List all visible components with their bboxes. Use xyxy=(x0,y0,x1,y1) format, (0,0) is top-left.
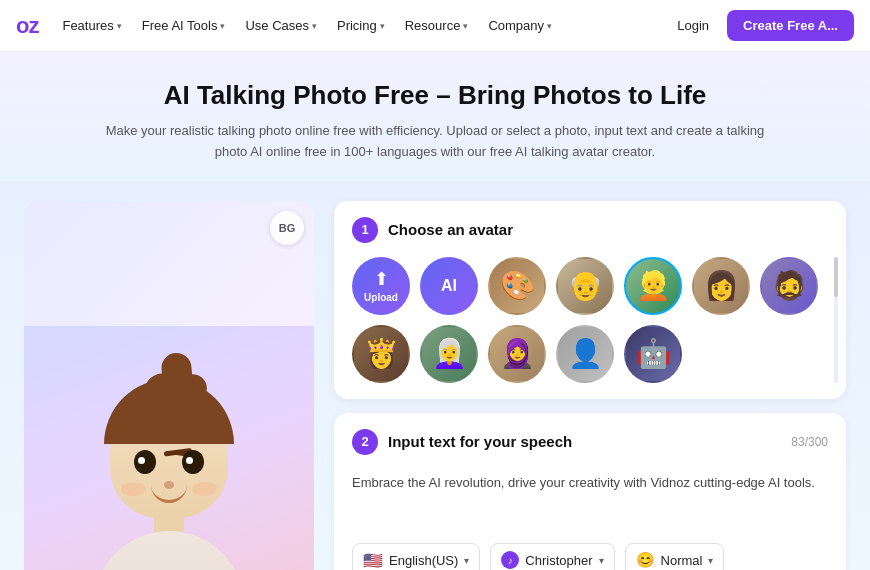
navbar: oz Features ▾ Free AI Tools ▾ Use Cases … xyxy=(0,0,870,52)
voice-select[interactable]: ♪ Christopher ▾ xyxy=(490,543,614,570)
avatar-face-1: 🎨 xyxy=(500,269,535,302)
nav-free-ai-tools[interactable]: Free AI Tools ▾ xyxy=(134,14,234,37)
upload-icon: ⬆ xyxy=(374,268,389,290)
speaker-icon: ♪ xyxy=(501,551,519,569)
avatar-option-9[interactable]: 👤 xyxy=(556,325,614,383)
chevron-down-icon: ▾ xyxy=(708,555,713,566)
avatars-container: ⬆ Upload AI 🎨 👴 👱 xyxy=(352,257,828,383)
nav-features[interactable]: Features ▾ xyxy=(54,14,129,37)
avatar-generate-button[interactable]: AI xyxy=(420,257,478,315)
avatar-face-8: 🧕 xyxy=(500,337,535,370)
step2-card: 2 Input text for your speech 83/300 Embr… xyxy=(334,413,846,570)
login-button[interactable]: Login xyxy=(663,12,723,39)
chevron-down-icon: ▾ xyxy=(547,21,552,31)
avatar-option-6[interactable]: 👸 xyxy=(352,325,410,383)
photo-panel: BG V Vidnoz xyxy=(24,201,314,570)
avatar-option-2[interactable]: 👴 xyxy=(556,257,614,315)
upload-label: Upload xyxy=(364,292,398,303)
step1-header: 1 Choose an avatar xyxy=(352,217,828,243)
chevron-down-icon: ▾ xyxy=(463,21,468,31)
avatar-preview-image xyxy=(24,326,314,570)
avatar-face-2: 👴 xyxy=(568,269,603,302)
avatar-face-5: 🧔 xyxy=(772,269,807,302)
avatar-option-7[interactable]: 👩‍🦳 xyxy=(420,325,478,383)
scrollbar-track xyxy=(834,257,838,383)
background-button[interactable]: BG xyxy=(270,211,304,245)
step1-number: 1 xyxy=(352,217,378,243)
step1-title: Choose an avatar xyxy=(388,221,513,238)
emotion-select[interactable]: 😊 Normal ▾ xyxy=(625,543,725,570)
voice-label: Christopher xyxy=(525,553,592,568)
chevron-down-icon: ▾ xyxy=(312,21,317,31)
language-select[interactable]: 🇺🇸 English(US) ▾ xyxy=(352,543,480,570)
nav-company[interactable]: Company ▾ xyxy=(480,14,560,37)
avatar-option-3[interactable]: 👱 xyxy=(624,257,682,315)
language-label: English(US) xyxy=(389,553,458,568)
hero-section: AI Talking Photo Free – Bring Photos to … xyxy=(0,52,870,181)
avatar-option-4[interactable]: 👩 xyxy=(692,257,750,315)
nav-logo: oz xyxy=(16,13,38,39)
hero-title: AI Talking Photo Free – Bring Photos to … xyxy=(20,80,850,111)
nav-pricing[interactable]: Pricing ▾ xyxy=(329,14,393,37)
avatar-option-1[interactable]: 🎨 xyxy=(488,257,546,315)
speech-textarea[interactable]: Embrace the AI revolution, drive your cr… xyxy=(352,469,828,529)
avatar-face-7: 👩‍🦳 xyxy=(432,337,467,370)
step2-number: 2 xyxy=(352,429,378,455)
emotion-label: Normal xyxy=(661,553,703,568)
avatar-option-10[interactable]: 🤖 xyxy=(624,325,682,383)
avatar-upload-button[interactable]: ⬆ Upload xyxy=(352,257,410,315)
avatar-option-8[interactable]: 🧕 xyxy=(488,325,546,383)
emotion-icon: 😊 xyxy=(636,551,655,569)
cartoon-character xyxy=(59,356,279,570)
avatar-face-6: 👸 xyxy=(364,337,399,370)
flag-icon: 🇺🇸 xyxy=(363,551,383,570)
chevron-down-icon: ▾ xyxy=(599,555,604,566)
avatar-face-4: 👩 xyxy=(704,269,739,302)
avatar-face-9: 👤 xyxy=(568,337,603,370)
avatar-option-5[interactable]: 🧔 xyxy=(760,257,818,315)
chevron-down-icon: ▾ xyxy=(117,21,122,31)
controls-panel: 1 Choose an avatar ⬆ Upload AI � xyxy=(334,201,846,570)
nav-use-cases[interactable]: Use Cases ▾ xyxy=(237,14,325,37)
step2-title: Input text for your speech xyxy=(388,433,572,450)
generate-ai-label: AI xyxy=(441,277,457,295)
create-free-button[interactable]: Create Free A... xyxy=(727,10,854,41)
nav-resource[interactable]: Resource ▾ xyxy=(397,14,477,37)
scrollbar-thumb[interactable] xyxy=(834,257,838,297)
hero-description: Make your realistic talking photo online… xyxy=(95,121,775,163)
speech-controls: 🇺🇸 English(US) ▾ ♪ Christopher ▾ 😊 Norma… xyxy=(352,543,828,570)
avatar-face-10: 🤖 xyxy=(636,337,671,370)
chevron-down-icon: ▾ xyxy=(380,21,385,31)
char-count: 83/300 xyxy=(791,435,828,449)
avatar-face-3: 👱 xyxy=(636,269,671,302)
main-content: BG V Vidnoz 1 Choose an avatar ⬆ Upload xyxy=(0,181,870,570)
avatar-grid: ⬆ Upload AI 🎨 👴 👱 xyxy=(352,257,828,383)
chevron-down-icon: ▾ xyxy=(464,555,469,566)
step1-card: 1 Choose an avatar ⬆ Upload AI � xyxy=(334,201,846,399)
chevron-down-icon: ▾ xyxy=(220,21,225,31)
step2-header: 2 Input text for your speech 83/300 xyxy=(352,429,828,455)
